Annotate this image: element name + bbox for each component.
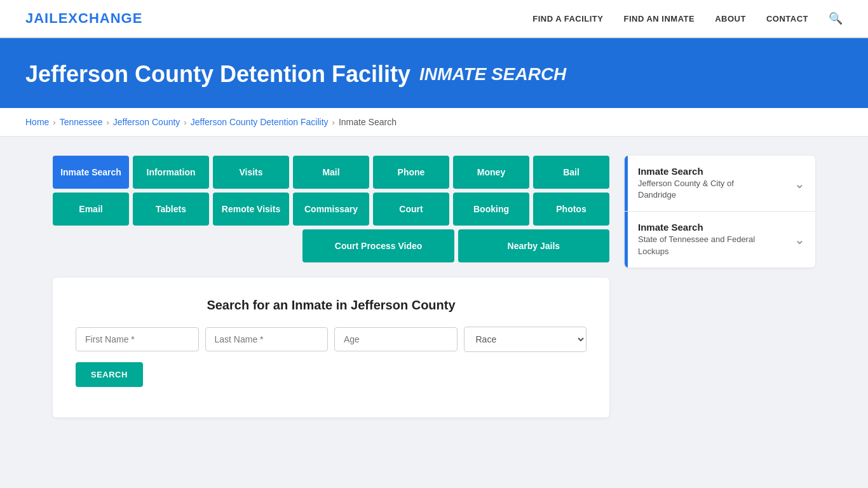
search-icon[interactable]: 🔍 [829, 11, 843, 25]
breadcrumb-current: Inmate Search [339, 117, 397, 127]
tab-court-process-video[interactable]: Court Process Video [302, 229, 454, 262]
breadcrumb-sep-4: › [332, 118, 335, 127]
right-sidebar: Inmate Search Jefferson County & City of… [625, 156, 815, 269]
tab-remote-visits[interactable]: Remote Visits [213, 193, 289, 226]
hero-title: Jefferson County Detention Facility INMA… [25, 61, 843, 88]
tab-bail[interactable]: Bail [533, 156, 609, 189]
navbar: JAILEXCHANGE FIND A FACILITY FIND AN INM… [0, 0, 868, 38]
tab-inmate-search[interactable]: Inmate Search [53, 156, 129, 189]
nav-find-inmate[interactable]: FIND AN INMATE [623, 14, 695, 24]
tab-visits[interactable]: Visits [213, 156, 289, 189]
tab-photos[interactable]: Photos [533, 193, 609, 226]
breadcrumb-sep-3: › [184, 118, 186, 127]
first-name-input[interactable] [76, 327, 199, 351]
sidebar-item-2-content: Inmate Search State of Tennessee and Fed… [628, 212, 784, 267]
sidebar-item-2-title: Inmate Search [638, 222, 774, 233]
breadcrumb-jefferson-county[interactable]: Jefferson County [113, 117, 180, 127]
logo-exchange: EXCHANGE [58, 10, 143, 26]
sidebar-item-1-sub: Jefferson County & City of Dandridge [638, 178, 774, 201]
breadcrumb-facility[interactable]: Jefferson County Detention Facility [191, 117, 329, 127]
breadcrumb: Home › Tennessee › Jefferson County › Je… [0, 108, 868, 137]
form-row-button: SEARCH [76, 362, 587, 387]
sidebar-item-1-title: Inmate Search [638, 166, 774, 177]
hero-section: Jefferson County Detention Facility INMA… [0, 38, 868, 108]
breadcrumb-sep-2: › [106, 118, 109, 127]
sidebar-chevron-2[interactable]: ⌄ [784, 212, 815, 267]
tab-tablets[interactable]: Tablets [133, 193, 209, 226]
tab-mail[interactable]: Mail [293, 156, 369, 189]
search-form-title: Search for an Inmate in Jefferson County [76, 298, 587, 313]
sidebar-item-2[interactable]: Inmate Search State of Tennessee and Fed… [625, 212, 815, 267]
tabs-row1: Inmate Search Information Visits Mail Ph… [53, 156, 609, 189]
hero-title-text: Jefferson County Detention Facility [25, 61, 410, 88]
age-input[interactable] [334, 327, 458, 351]
sidebar-card: Inmate Search Jefferson County & City of… [625, 156, 815, 268]
last-name-input[interactable] [205, 327, 329, 351]
main-area: Inmate Search Information Visits Mail Ph… [27, 137, 841, 437]
left-column: Inmate Search Information Visits Mail Ph… [53, 156, 609, 417]
sidebar-chevron-1[interactable]: ⌄ [784, 156, 815, 211]
race-select[interactable]: Race White Black Hispanic Asian Other [464, 327, 587, 352]
tab-booking[interactable]: Booking [453, 193, 529, 226]
search-button[interactable]: SEARCH [76, 362, 143, 387]
search-form-box: Search for an Inmate in Jefferson County… [53, 278, 609, 417]
tabs-row3: Court Process Video Nearby Jails [53, 229, 609, 262]
tab-money[interactable]: Money [453, 156, 529, 189]
tabs-row2: Email Tablets Remote Visits Commissary C… [53, 193, 609, 226]
form-row-inputs: Race White Black Hispanic Asian Other [76, 327, 587, 352]
sidebar-item-2-sub: State of Tennessee and Federal Lockups [638, 234, 774, 257]
tab-court[interactable]: Court [373, 193, 449, 226]
logo-jail: JAIL [25, 10, 58, 26]
nav-links: FIND A FACILITY FIND AN INMATE ABOUT CON… [532, 11, 843, 25]
site-logo[interactable]: JAILEXCHANGE [25, 10, 142, 27]
tab-email[interactable]: Email [53, 193, 129, 226]
sidebar-item-1-content: Inmate Search Jefferson County & City of… [628, 156, 784, 211]
breadcrumb-sep-1: › [53, 118, 55, 127]
tab-information[interactable]: Information [133, 156, 209, 189]
sidebar-item-1[interactable]: Inmate Search Jefferson County & City of… [625, 156, 815, 212]
breadcrumb-home[interactable]: Home [25, 117, 49, 127]
nav-find-facility[interactable]: FIND A FACILITY [532, 14, 603, 24]
hero-title-italic: INMATE SEARCH [419, 64, 566, 85]
breadcrumb-tennessee[interactable]: Tennessee [60, 117, 103, 127]
nav-about[interactable]: ABOUT [715, 14, 746, 24]
tab-phone[interactable]: Phone [373, 156, 449, 189]
nav-contact[interactable]: CONTACT [766, 14, 808, 24]
tab-commissary[interactable]: Commissary [293, 193, 369, 226]
tab-nearby-jails[interactable]: Nearby Jails [458, 229, 609, 262]
